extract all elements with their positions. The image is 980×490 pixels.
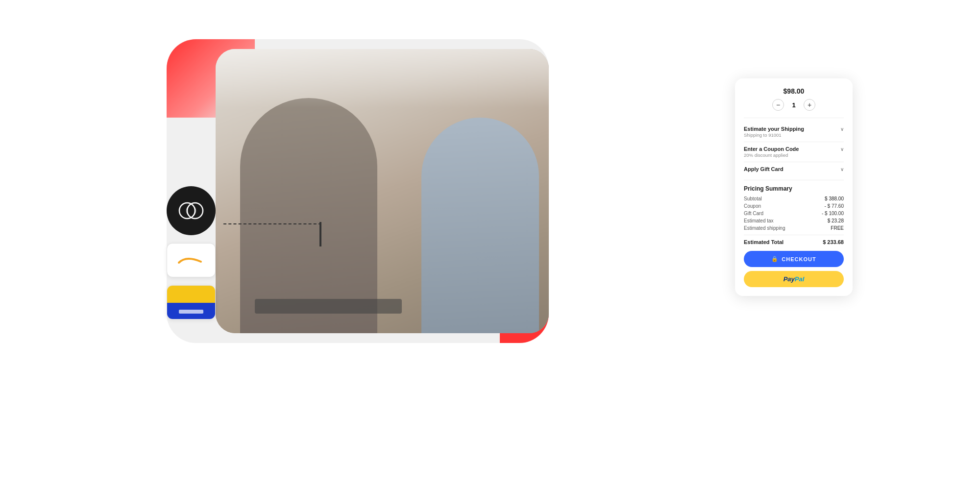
laptop-shape bbox=[255, 299, 402, 314]
shipping-accordion[interactable]: Estimate your Shipping ∨ Shipping to 910… bbox=[744, 122, 844, 142]
mastercard-icon-container bbox=[167, 186, 216, 235]
divider-1 bbox=[744, 118, 844, 118]
person-2-shape bbox=[421, 118, 539, 333]
shipping-accordion-title: Estimate your Shipping bbox=[744, 126, 804, 132]
shipping-accordion-subtitle: Shipping to 91001 bbox=[744, 132, 844, 138]
coupon-accordion-header[interactable]: Enter a Coupon Code ∨ bbox=[744, 146, 844, 152]
quantity-row: − 1 + bbox=[744, 99, 844, 111]
quantity-increase-button[interactable]: + bbox=[804, 99, 815, 111]
subtotal-row: Subtotal $ 388.00 bbox=[744, 196, 844, 201]
shipping-row: Estimated shipping FREE bbox=[744, 225, 844, 231]
total-row: Estimated Total $ 233.68 bbox=[744, 239, 844, 245]
paypal-label: PayPal bbox=[784, 275, 805, 283]
shipping-value: FREE bbox=[831, 225, 844, 231]
subtotal-value: $ 388.00 bbox=[825, 196, 844, 201]
giftcard-row: Gift Card - $ 100.00 bbox=[744, 211, 844, 216]
divider-2 bbox=[744, 180, 844, 180]
coupon-accordion[interactable]: Enter a Coupon Code ∨ 20% discount appli… bbox=[744, 142, 844, 162]
shipping-chevron-icon: ∨ bbox=[840, 126, 844, 132]
shipping-label: Estimated shipping bbox=[744, 225, 785, 231]
total-value: $ 233.68 bbox=[823, 239, 844, 245]
giftcard-value: - $ 100.00 bbox=[822, 211, 844, 216]
total-label: Estimated Total bbox=[744, 239, 784, 245]
quantity-value: 1 bbox=[789, 101, 799, 109]
subtotal-label: Subtotal bbox=[744, 196, 762, 201]
coupon-chevron-icon: ∨ bbox=[840, 147, 844, 152]
generic-card-icon bbox=[167, 285, 216, 319]
photo-simulation bbox=[216, 49, 549, 333]
item-price: $98.00 bbox=[744, 87, 844, 95]
lock-icon: 🔒 bbox=[771, 256, 779, 262]
mastercard-icon bbox=[178, 202, 204, 220]
tax-row: Estimated tax $ 23.28 bbox=[744, 218, 844, 223]
checkout-panel: $98.00 − 1 + Estimate your Shipping ∨ Sh… bbox=[735, 78, 853, 296]
shipping-accordion-header[interactable]: Estimate your Shipping ∨ bbox=[744, 126, 844, 132]
amex-svg bbox=[176, 253, 206, 268]
quantity-decrease-button[interactable]: − bbox=[772, 99, 784, 111]
tax-value: $ 23.28 bbox=[828, 218, 844, 223]
light-effect bbox=[216, 49, 549, 108]
checkout-button[interactable]: 🔒 CHECKOUT bbox=[744, 251, 844, 267]
coupon-value: - $ 77.60 bbox=[825, 203, 844, 209]
giftcard-accordion-title: Apply Gift Card bbox=[744, 166, 784, 172]
tax-label: Estimated tax bbox=[744, 218, 774, 223]
coupon-label: Coupon bbox=[744, 203, 761, 209]
divider-3 bbox=[744, 235, 844, 235]
payment-card-icons bbox=[167, 186, 216, 319]
person-1-shape bbox=[240, 98, 377, 333]
coupon-accordion-title: Enter a Coupon Code bbox=[744, 146, 799, 152]
coupon-row: Coupon - $ 77.60 bbox=[744, 203, 844, 209]
pricing-summary-title: Pricing Summary bbox=[744, 185, 844, 192]
giftcard-accordion[interactable]: Apply Gift Card ∨ bbox=[744, 162, 844, 176]
coupon-accordion-subtitle: 20% discount applied bbox=[744, 152, 844, 158]
amex-card-icon bbox=[167, 243, 216, 277]
giftcard-label: Gift Card bbox=[744, 211, 763, 216]
checkout-button-label: CHECKOUT bbox=[782, 256, 816, 262]
giftcard-accordion-header[interactable]: Apply Gift Card ∨ bbox=[744, 166, 844, 172]
mastercard-svg bbox=[178, 202, 204, 220]
paypal-button[interactable]: PayPal bbox=[744, 271, 844, 287]
giftcard-chevron-icon: ∨ bbox=[840, 167, 844, 172]
hero-photo bbox=[216, 49, 549, 333]
connector-line bbox=[223, 223, 321, 224]
